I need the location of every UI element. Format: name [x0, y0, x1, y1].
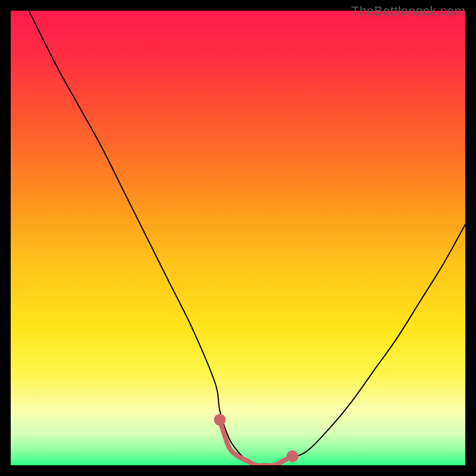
plot-area [11, 11, 465, 465]
watermark-text: TheBottleneck.com [351, 4, 465, 19]
bottleneck-curve [11, 11, 465, 465]
svg-point-2 [287, 450, 299, 462]
chart-container: TheBottleneck.com [0, 0, 476, 476]
svg-point-1 [214, 414, 226, 426]
